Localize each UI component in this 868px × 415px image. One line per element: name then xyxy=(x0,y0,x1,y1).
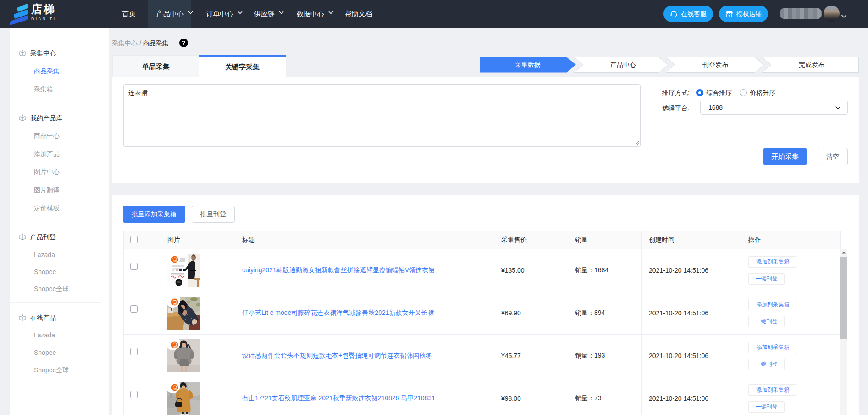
svg-text:完成发布: 完成发布 xyxy=(799,61,825,68)
svg-text:采集数据: 采集数据 xyxy=(515,61,541,68)
svg-text:刊登发布: 刊登发布 xyxy=(702,61,729,68)
svg-text:产品中心: 产品中心 xyxy=(610,61,636,68)
